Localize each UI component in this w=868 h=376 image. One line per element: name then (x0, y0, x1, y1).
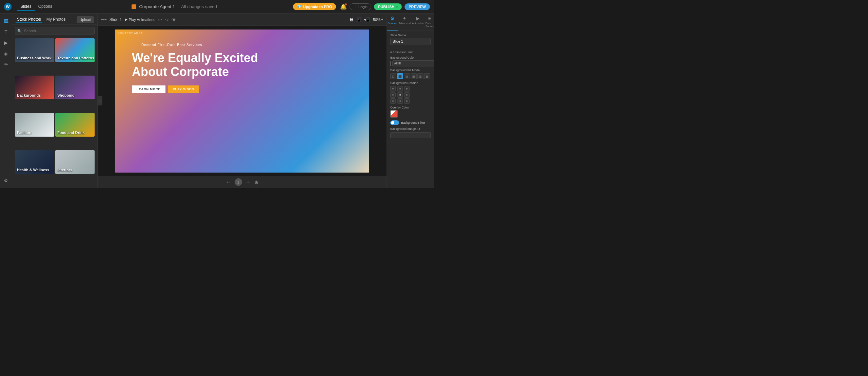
prev-slide-button[interactable]: ← (226, 179, 231, 185)
nav-slides[interactable]: Slides (17, 3, 35, 11)
slide-heading: We're Equally Excited About Corporate (132, 51, 352, 79)
pos-btn-0-2[interactable] (404, 86, 410, 92)
redo-button[interactable]: ↪ (165, 17, 169, 22)
next-slide-button[interactable]: → (245, 179, 251, 185)
slide-label: Slide 1 (110, 17, 122, 22)
panel-collapse-button[interactable]: ‹ (98, 96, 102, 105)
canvas-area: ••• Slide 1 ▶ Play Animations ↩ ↪ 👁 🖥 📱 … (98, 14, 387, 188)
canvas-wrapper: ‹ CONTENT AREA Demand First-Rate Best Se… (98, 26, 387, 176)
bg-color-label: Background Color (390, 56, 431, 59)
sidebar-icon-settings[interactable]: ⚙ (1, 176, 11, 185)
cta-buttons: LEARN MORE PLAY VIDEO (132, 85, 352, 93)
slide-name-input[interactable] (390, 38, 431, 45)
topbar-subtitle: – All changes saved (178, 4, 217, 9)
category-fashion[interactable]: Fashion (15, 113, 54, 137)
fill-btn-3[interactable]: ▦ (411, 73, 417, 79)
bg-fill-label: Background Fill Mode (390, 68, 431, 72)
sidebar-icon-media[interactable]: ▶ (1, 38, 11, 47)
play-icon: ▶ (125, 17, 127, 22)
slide-canvas[interactable]: CONTENT AREA Demand First-Rate Best Serv… (115, 29, 369, 173)
slide-icon (132, 4, 136, 9)
tab-datasource[interactable]: ⊞ Data Source (425, 14, 434, 31)
tab-animation[interactable]: ▶ Animation (411, 14, 425, 31)
pos-btn-1-2[interactable] (404, 92, 410, 98)
pos-btn-1-0[interactable] (390, 92, 396, 98)
bg-color-row (390, 60, 431, 66)
overlay-color-label: Overlay Color (390, 106, 431, 109)
play-animations-button[interactable]: ▶ Play Animations (125, 17, 155, 22)
sidebar-icon-brush[interactable]: ✏ (1, 60, 11, 69)
canvas-toolbar: ••• Slide 1 ▶ Play Animations ↩ ↪ 👁 🖥 📱 … (98, 14, 387, 26)
zoom-control[interactable]: 50% ▾ (373, 17, 383, 22)
sidebar-icon-shapes[interactable]: ◈ (1, 49, 11, 58)
login-button[interactable]: → Login (350, 3, 371, 10)
pos-btn-2-1[interactable] (397, 98, 403, 104)
search-icon: 🔍 (17, 29, 22, 33)
background-section: BACKGROUND Background Color Background F… (387, 48, 434, 141)
animation-icon: ▶ (416, 16, 420, 21)
tab-stock-photos[interactable]: Stock Photos (16, 16, 42, 23)
bg-filter-label: Background Filter (401, 121, 425, 124)
slide-content: Demand First-Rate Best Services We're Eq… (115, 29, 369, 107)
bg-position-label: Background Position (390, 81, 431, 85)
tab-my-photos[interactable]: My Photos (45, 16, 67, 23)
canvas-bottom: ← 1 → ⊕ (98, 176, 387, 188)
category-business[interactable]: Business and Work (15, 38, 54, 62)
view-desktop-button[interactable]: 🖥 (349, 16, 355, 23)
tagline-dash (132, 45, 139, 45)
view-mobile-button[interactable]: 📲 (363, 16, 370, 23)
wp-logo[interactable]: W (4, 3, 12, 11)
category-food[interactable]: Food and Drink (55, 113, 95, 137)
datasource-icon: ⊞ (428, 16, 432, 21)
pos-btn-0-1[interactable] (397, 86, 403, 92)
background-section-title: BACKGROUND (390, 51, 431, 54)
pos-btn-0-0[interactable] (390, 86, 396, 92)
category-backgrounds[interactable]: Backgrounds (15, 76, 54, 99)
play-video-button[interactable]: PLAY VIDEO (168, 85, 199, 93)
toggle-knob (391, 121, 394, 124)
overlay-color-swatch[interactable] (390, 110, 398, 118)
login-icon: → (353, 5, 357, 9)
photo-panel-tabs: Stock Photos My Photos Upload (12, 14, 97, 25)
bg-color-swatch[interactable] (390, 61, 391, 66)
sidebar-icon-photos[interactable]: 🖼 (1, 16, 11, 26)
bg-image-alt-input[interactable] (390, 132, 431, 138)
main-layout: 🖼 T ▶ ◈ ✏ ⚙ Stock Photos My Photos Uploa… (0, 14, 434, 188)
general-icon: ⚙ (390, 16, 395, 21)
upload-button[interactable]: Upload (77, 16, 94, 23)
nav-options[interactable]: Options (35, 3, 56, 11)
view-tablet-button[interactable]: 📱 (355, 16, 362, 23)
bg-filter-toggle[interactable] (390, 120, 399, 125)
fill-btn-4[interactable]: ▥ (417, 73, 423, 79)
fill-btn-2[interactable]: ▤ (404, 73, 410, 79)
fill-btn-5[interactable]: ▩ (424, 73, 430, 79)
undo-button[interactable]: ↩ (158, 17, 162, 22)
tab-advanced[interactable]: ✦ Advanced (398, 14, 411, 31)
icon-sidebar: 🖼 T ▶ ◈ ✏ ⚙ (0, 14, 12, 188)
category-shopping[interactable]: Shopping (55, 76, 95, 99)
pos-btn-1-1[interactable] (397, 92, 403, 98)
pos-btn-2-2[interactable] (404, 98, 410, 104)
sidebar-icon-text[interactable]: T (1, 27, 11, 37)
bg-color-input[interactable] (392, 60, 434, 66)
tab-general[interactable]: ⚙ General (387, 14, 398, 31)
fill-btn-1[interactable]: ⬛ (397, 73, 403, 79)
preview-toggle-button[interactable]: 👁 (172, 17, 176, 22)
search-input[interactable] (15, 27, 95, 35)
pos-btn-2-0[interactable] (390, 98, 396, 104)
upgrade-button[interactable]: 💎 Upgrade to PRO (293, 3, 336, 10)
slide-name-section: Slide Name (387, 31, 434, 48)
advanced-icon: ✦ (402, 16, 407, 21)
preview-button[interactable]: PREVIEW (405, 3, 430, 10)
more-options-button[interactable]: ••• (101, 17, 107, 23)
publish-button[interactable]: PUBLISH (374, 3, 402, 10)
learn-more-button[interactable]: LEARN MORE (132, 85, 165, 93)
category-health[interactable]: Health & Wellness (15, 150, 54, 174)
fill-btn-0[interactable]: ◱ (390, 73, 396, 79)
notification-button[interactable]: 🔔 (340, 3, 347, 10)
category-interiors[interactable]: Interiors (55, 150, 95, 174)
notification-dot (345, 3, 347, 5)
add-slide-button[interactable]: ⊕ (254, 179, 259, 185)
category-texture[interactable]: Texture and Patterns (55, 38, 95, 62)
topbar-center: Corporate Agent 1 – All changes saved (60, 4, 289, 9)
